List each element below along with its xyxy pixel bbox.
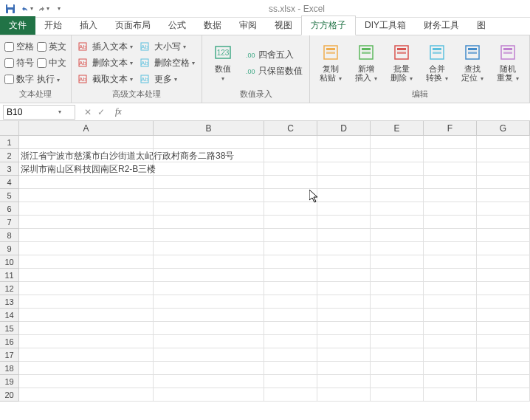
cell-E16[interactable] bbox=[371, 335, 424, 348]
cell-E20[interactable] bbox=[371, 388, 424, 402]
cell-E10[interactable] bbox=[371, 255, 424, 269]
cell-E18[interactable] bbox=[371, 362, 424, 375]
cell-A3[interactable]: 深圳市南山区科技园南区R2-B三楼 bbox=[19, 162, 154, 176]
row-header-16[interactable]: 16 bbox=[0, 335, 19, 348]
cell-D9[interactable] bbox=[317, 242, 371, 255]
cell-A16[interactable] bbox=[19, 335, 154, 348]
cell-D7[interactable] bbox=[317, 216, 371, 229]
cell-D10[interactable] bbox=[317, 255, 371, 269]
cell-E7[interactable] bbox=[371, 216, 424, 229]
cell-A8[interactable] bbox=[19, 229, 154, 242]
tab-4[interactable]: 数据 bbox=[195, 16, 230, 35]
cell-E15[interactable] bbox=[371, 322, 424, 335]
cell-A15[interactable] bbox=[19, 322, 154, 335]
num-btn-0[interactable]: .00四舍五入 bbox=[242, 47, 305, 62]
row-header-2[interactable]: 2 bbox=[0, 149, 19, 162]
cell-F11[interactable] bbox=[424, 269, 477, 282]
cell-A11[interactable] bbox=[19, 269, 154, 282]
row-header-4[interactable]: 4 bbox=[0, 176, 19, 189]
fx-icon[interactable]: fx bbox=[111, 106, 126, 117]
cell-B14[interactable] bbox=[154, 309, 264, 322]
row-header-15[interactable]: 15 bbox=[0, 322, 19, 335]
tab-3[interactable]: 公式 bbox=[159, 16, 195, 35]
cell-F12[interactable] bbox=[424, 282, 477, 295]
cell-F5[interactable] bbox=[424, 189, 477, 202]
cell-A6[interactable] bbox=[19, 202, 154, 216]
cell-D6[interactable] bbox=[317, 202, 371, 216]
edit-big-3[interactable]: 合并转换 ▾ bbox=[421, 38, 453, 87]
cell-B8[interactable] bbox=[154, 229, 264, 242]
col-header-A[interactable]: A bbox=[19, 121, 154, 136]
cell-G16[interactable] bbox=[477, 335, 530, 348]
cell-B11[interactable] bbox=[154, 269, 264, 282]
cell-F16[interactable] bbox=[424, 335, 477, 348]
cell-C9[interactable] bbox=[264, 242, 317, 255]
cell-C15[interactable] bbox=[264, 322, 317, 335]
cell-F20[interactable] bbox=[424, 388, 477, 402]
cell-D2[interactable] bbox=[317, 149, 371, 162]
cell-B17[interactable] bbox=[154, 348, 264, 362]
cell-F2[interactable] bbox=[424, 149, 477, 162]
cell-E17[interactable] bbox=[371, 348, 424, 362]
cell-A7[interactable] bbox=[19, 216, 154, 229]
cell-B2[interactable] bbox=[154, 149, 264, 162]
cell-E12[interactable] bbox=[371, 282, 424, 295]
cell-D5[interactable] bbox=[317, 189, 371, 202]
edit-big-4[interactable]: 查找定位 ▾ bbox=[456, 38, 489, 87]
name-box[interactable]: ▾ bbox=[3, 105, 75, 120]
cell-F18[interactable] bbox=[424, 362, 477, 375]
chevron-down-icon[interactable]: ▾ bbox=[58, 109, 61, 115]
cell-G2[interactable] bbox=[477, 149, 530, 162]
cell-B10[interactable] bbox=[154, 255, 264, 269]
cell-E2[interactable] bbox=[371, 149, 424, 162]
cell-F8[interactable] bbox=[424, 229, 477, 242]
cell-G9[interactable] bbox=[477, 242, 530, 255]
cell-G17[interactable] bbox=[477, 348, 530, 362]
row-header-9[interactable]: 9 bbox=[0, 242, 19, 255]
cell-E3[interactable] bbox=[371, 162, 424, 176]
cell-G18[interactable] bbox=[477, 362, 530, 375]
row-header-3[interactable]: 3 bbox=[0, 162, 19, 176]
cell-D3[interactable] bbox=[317, 162, 371, 176]
cell-A13[interactable] bbox=[19, 295, 154, 309]
save-icon[interactable] bbox=[3, 1, 18, 16]
cell-D17[interactable] bbox=[317, 348, 371, 362]
cell-G4[interactable] bbox=[477, 176, 530, 189]
cell-A9[interactable] bbox=[19, 242, 154, 255]
cell-A17[interactable] bbox=[19, 348, 154, 362]
cell-B20[interactable] bbox=[154, 388, 264, 402]
tab-8[interactable]: DIY工具箱 bbox=[356, 16, 415, 35]
cell-G14[interactable] bbox=[477, 309, 530, 322]
cancel-icon[interactable]: ✕ bbox=[84, 107, 92, 117]
cell-G10[interactable] bbox=[477, 255, 530, 269]
cell-B15[interactable] bbox=[154, 322, 264, 335]
cell-E6[interactable] bbox=[371, 202, 424, 216]
cell-C20[interactable] bbox=[264, 388, 317, 402]
cell-E4[interactable] bbox=[371, 176, 424, 189]
row-header-17[interactable]: 17 bbox=[0, 348, 19, 362]
cell-D11[interactable] bbox=[317, 269, 371, 282]
name-box-input[interactable] bbox=[7, 107, 58, 117]
cell-B1[interactable] bbox=[154, 136, 264, 149]
check-中文[interactable]: 中文 bbox=[37, 55, 66, 70]
cell-D14[interactable] bbox=[317, 309, 371, 322]
undo-icon[interactable]: ▾ bbox=[19, 1, 34, 16]
col-header-C[interactable]: C bbox=[264, 121, 317, 136]
cell-G19[interactable] bbox=[477, 375, 530, 388]
tab-9[interactable]: 财务工具 bbox=[415, 16, 468, 35]
cell-C4[interactable] bbox=[264, 176, 317, 189]
cell-D12[interactable] bbox=[317, 282, 371, 295]
row-header-11[interactable]: 11 bbox=[0, 269, 19, 282]
cell-A18[interactable] bbox=[19, 362, 154, 375]
cell-A20[interactable] bbox=[19, 388, 154, 402]
cell-E13[interactable] bbox=[371, 295, 424, 309]
cell-G20[interactable] bbox=[477, 388, 530, 402]
cell-C11[interactable] bbox=[264, 269, 317, 282]
cell-C7[interactable] bbox=[264, 216, 317, 229]
row-header-12[interactable]: 12 bbox=[0, 282, 19, 295]
cell-C13[interactable] bbox=[264, 295, 317, 309]
cell-D4[interactable] bbox=[317, 176, 371, 189]
tab-0[interactable]: 开始 bbox=[35, 16, 71, 35]
col-header-D[interactable]: D bbox=[317, 121, 371, 136]
cell-F13[interactable] bbox=[424, 295, 477, 309]
